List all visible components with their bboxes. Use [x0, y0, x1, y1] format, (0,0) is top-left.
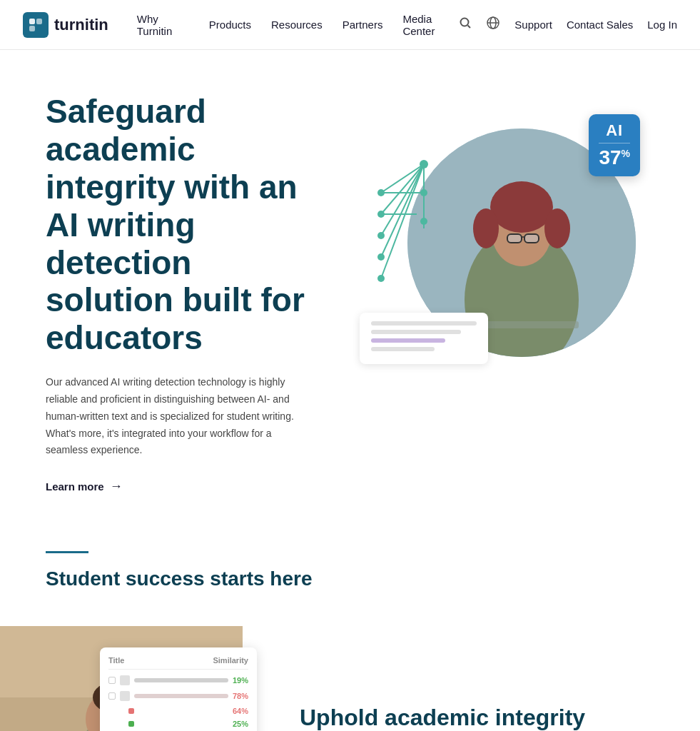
sim-checkbox-1[interactable]: [108, 677, 116, 684]
sim-dot-green-1: [128, 721, 134, 727]
similarity-table: Title Similarity 19% 78%: [100, 647, 257, 731]
sim-bar-container-1: [134, 678, 228, 682]
sim-dot-red-1: [128, 708, 134, 714]
sim-row-2: 78%: [108, 691, 248, 701]
sim-table-header: Title Similarity: [108, 656, 248, 670]
hero-title: Safeguard academic integrity with an AI …: [46, 93, 317, 357]
ai-badge-label: AI: [599, 121, 630, 140]
nav-media-center[interactable]: Media Center: [402, 13, 459, 37]
globe-icon[interactable]: [486, 16, 500, 34]
svg-point-20: [377, 275, 385, 282]
svg-rect-31: [507, 234, 522, 243]
svg-point-30: [544, 208, 570, 248]
cards-section: Title Similarity 19% 78%: [0, 605, 700, 731]
sim-standalone-percent-2: 25%: [233, 720, 248, 728]
logo-text: turnitin: [54, 16, 108, 34]
student-card: Title Similarity 19% 78%: [0, 626, 243, 731]
learn-more-text: Learn more: [46, 480, 104, 493]
arrow-icon: →: [110, 479, 123, 494]
section-accent-line: [46, 551, 88, 553]
svg-line-4: [468, 26, 471, 29]
doc-line-short: [371, 347, 435, 351]
circuit-decoration: [367, 150, 481, 307]
nav-resources[interactable]: Resources: [271, 19, 323, 31]
hero-section: Safeguard academic integrity with an AI …: [0, 50, 700, 523]
svg-point-3: [461, 19, 469, 26]
sim-bar-1: [134, 678, 228, 682]
sim-doc-icon-1: [120, 675, 130, 685]
svg-rect-32: [524, 234, 539, 243]
logo-icon: [23, 12, 49, 38]
sim-title-header: Title: [108, 656, 124, 665]
sim-percent-1: 19%: [233, 676, 248, 685]
doc-line-1: [371, 321, 477, 326]
doc-line-highlight: [371, 338, 445, 343]
hero-description: Our advanced AI writing detection techno…: [46, 374, 303, 459]
search-icon[interactable]: [459, 16, 472, 33]
sim-row-1: 19%: [108, 675, 248, 685]
sim-bar-container-2: [134, 694, 228, 698]
nav-why-turnitin[interactable]: Why Turnitin: [137, 13, 189, 37]
sim-similarity-header: Similarity: [213, 656, 248, 665]
hero-right: AI 37%: [345, 93, 654, 378]
section-heading: Student success starts here: [46, 568, 654, 590]
sim-checkbox-2[interactable]: [108, 692, 116, 700]
learn-more-link[interactable]: Learn more →: [46, 479, 317, 494]
svg-rect-0: [29, 19, 35, 24]
nav-products[interactable]: Products: [209, 19, 251, 31]
nav-right: Support Contact Sales Log In: [459, 16, 677, 34]
svg-point-28: [490, 181, 553, 233]
nav-links: Why Turnitin Products Resources Partners…: [137, 13, 460, 37]
sim-doc-icon-2: [120, 691, 130, 701]
logo[interactable]: turnitin: [23, 12, 108, 38]
ai-badge-percent: 37%: [599, 146, 630, 169]
hero-left: Safeguard academic integrity with an AI …: [46, 93, 345, 494]
svg-line-10: [381, 164, 424, 236]
svg-point-19: [377, 253, 385, 261]
svg-line-12: [381, 164, 424, 278]
nav-partners[interactable]: Partners: [343, 19, 383, 31]
section-divider: Student success starts here: [0, 523, 700, 605]
sim-standalone-1: 64%: [128, 707, 248, 715]
doc-overlay: [360, 313, 488, 364]
sim-percent-2: 78%: [233, 692, 248, 700]
sim-standalone-2: 25%: [128, 720, 248, 728]
sim-bar-2: [134, 694, 228, 698]
navigation: turnitin Why Turnitin Products Resources…: [0, 0, 700, 50]
nav-support[interactable]: Support: [514, 19, 552, 31]
nav-login[interactable]: Log In: [647, 19, 677, 31]
svg-rect-2: [29, 26, 35, 31]
svg-rect-1: [36, 19, 42, 24]
svg-point-18: [377, 232, 385, 239]
sim-standalone-percent-1: 64%: [233, 707, 248, 715]
doc-line-2: [371, 330, 461, 334]
integrity-title: Uphold academic integrity: [300, 704, 654, 731]
ai-badge: AI 37%: [589, 114, 640, 176]
integrity-card: Uphold academic integrity Ensure origina…: [243, 626, 700, 731]
ai-badge-divider: [599, 143, 630, 143]
nav-contact-sales[interactable]: Contact Sales: [567, 19, 633, 31]
